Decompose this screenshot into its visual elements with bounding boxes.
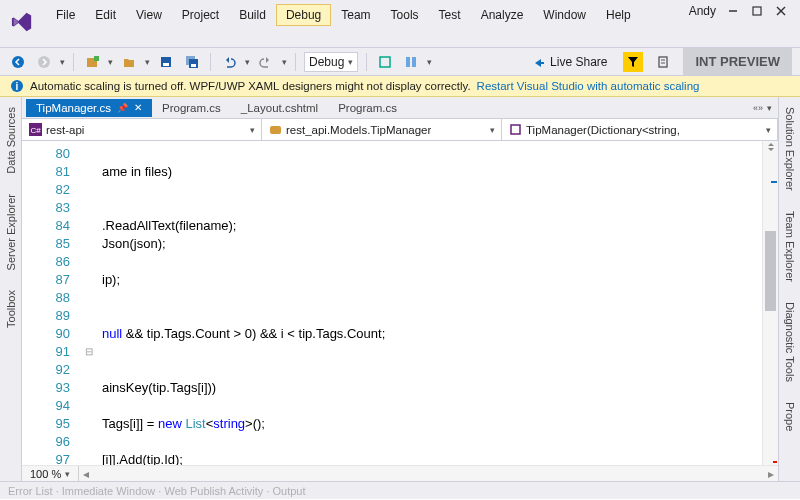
line-number: 83 <box>22 199 70 217</box>
svg-rect-12 <box>191 64 196 67</box>
menu-help[interactable]: Help <box>596 4 641 26</box>
menu-tools[interactable]: Tools <box>381 4 429 26</box>
code-line[interactable]: ip); <box>102 271 762 289</box>
menu-project[interactable]: Project <box>172 4 229 26</box>
outline-toggle <box>80 307 98 325</box>
code-line[interactable]: .ReadAllText(filename); <box>102 217 762 235</box>
scroll-left-icon[interactable]: ◂ <box>79 467 93 481</box>
close-button[interactable] <box>774 4 788 18</box>
code-line[interactable]: null && tip.Tags.Count > 0) && i < tip.T… <box>102 325 762 343</box>
open-file-button[interactable] <box>119 52 139 72</box>
nav-member-label: TipManager(Dictionary<string, <box>526 124 680 136</box>
live-share-button[interactable]: Live Share <box>526 53 613 71</box>
outline-toggle <box>80 235 98 253</box>
right-tab-prope[interactable]: Prope <box>782 396 798 437</box>
minimize-button[interactable] <box>726 4 740 18</box>
left-tab-server-explorer[interactable]: Server Explorer <box>3 188 19 276</box>
scroll-thumb[interactable] <box>765 231 776 311</box>
code-editor[interactable]: 8081828384858687888990919293949596979899… <box>22 141 778 465</box>
feedback-filter-button[interactable] <box>623 52 643 72</box>
line-number: 94 <box>22 397 70 415</box>
menu-window[interactable]: Window <box>533 4 596 26</box>
tab-dropdown-icon[interactable]: ▾ <box>767 103 772 113</box>
doc-tab-label: Program.cs <box>338 102 397 114</box>
doc-tab-label: _Layout.cshtml <box>241 102 318 114</box>
nav-project-combo[interactable]: C# rest-api ▾ <box>22 119 262 140</box>
code-line[interactable] <box>102 397 762 415</box>
right-tab-solution-explorer[interactable]: Solution Explorer <box>782 101 798 197</box>
code-line[interactable]: Json(json); <box>102 235 762 253</box>
class-icon <box>268 123 282 137</box>
left-tab-toolbox[interactable]: Toolbox <box>3 284 19 334</box>
code-line[interactable]: ame in files) <box>102 163 762 181</box>
outline-toggle[interactable]: ⊟ <box>80 343 98 361</box>
share-icon <box>532 55 546 69</box>
solution-config-combo[interactable]: Debug▾ <box>304 52 358 72</box>
nav-back-button[interactable] <box>8 52 28 72</box>
user-name[interactable]: Andy <box>689 4 716 18</box>
menu-build[interactable]: Build <box>229 4 276 26</box>
code-line[interactable]: [i]].Add(tip.Id); <box>102 451 762 465</box>
menu-file[interactable]: File <box>46 4 85 26</box>
save-button[interactable] <box>156 52 176 72</box>
menu-view[interactable]: View <box>126 4 172 26</box>
extension-button-1[interactable] <box>375 52 395 72</box>
vertical-scrollbar[interactable] <box>762 141 778 465</box>
menu-debug[interactable]: Debug <box>276 4 331 26</box>
right-tab-team-explorer[interactable]: Team Explorer <box>782 205 798 288</box>
code-line[interactable] <box>102 181 762 199</box>
output-pane-header[interactable]: Error List · Immediate Window · Web Publ… <box>0 481 800 499</box>
line-number: 96 <box>22 433 70 451</box>
outline-toggle <box>80 397 98 415</box>
svg-point-5 <box>38 56 50 68</box>
save-all-button[interactable] <box>182 52 202 72</box>
undo-button[interactable] <box>219 52 239 72</box>
menu-team[interactable]: Team <box>331 4 380 26</box>
info-link[interactable]: Restart Visual Studio with automatic sca… <box>477 80 700 92</box>
close-tab-icon[interactable]: ✕ <box>134 102 142 113</box>
left-tab-data-sources[interactable]: Data Sources <box>3 101 19 180</box>
outline-margin[interactable]: ⊟⊟ <box>80 141 98 465</box>
menu-edit[interactable]: Edit <box>85 4 126 26</box>
tab-overflow-icon[interactable]: «» <box>753 103 763 113</box>
outline-toggle <box>80 199 98 217</box>
live-share-label: Live Share <box>550 55 607 69</box>
code-line[interactable] <box>102 361 762 379</box>
code-line[interactable] <box>102 433 762 451</box>
code-line[interactable]: ainsKey(tip.Tags[i])) <box>102 379 762 397</box>
line-number: 81 <box>22 163 70 181</box>
outline-toggle <box>80 145 98 163</box>
svg-rect-16 <box>659 57 667 67</box>
redo-button[interactable] <box>256 52 276 72</box>
code-line[interactable] <box>102 307 762 325</box>
zoom-level[interactable]: 100 %▾ <box>22 466 79 481</box>
menu-bar: FileEditViewProjectBuildDebugTeamToolsTe… <box>0 0 800 48</box>
scroll-right-icon[interactable]: ▸ <box>764 467 778 481</box>
code-line[interactable]: Tags[i]] = new List<string>(); <box>102 415 762 433</box>
code-line[interactable] <box>102 145 762 163</box>
menu-analyze[interactable]: Analyze <box>471 4 534 26</box>
right-tab-diagnostic-tools[interactable]: Diagnostic Tools <box>782 296 798 388</box>
nav-fwd-button[interactable] <box>34 52 54 72</box>
new-project-button[interactable] <box>82 52 102 72</box>
menu-test[interactable]: Test <box>429 4 471 26</box>
pin-icon[interactable]: 📌 <box>117 103 128 113</box>
restore-button[interactable] <box>750 4 764 18</box>
code-line[interactable] <box>102 343 762 361</box>
horizontal-scrollbar: 100 %▾ ◂ ▸ <box>22 465 778 481</box>
nav-type-combo[interactable]: rest_api.Models.TipManager ▾ <box>262 119 502 140</box>
extension-button-2[interactable] <box>401 52 421 72</box>
doc-tab[interactable]: Program.cs <box>328 99 407 117</box>
nav-project-label: rest-api <box>46 124 84 136</box>
split-handle-icon[interactable] <box>766 142 775 152</box>
doc-tab[interactable]: Program.cs <box>152 99 231 117</box>
code-content[interactable]: ame in files).ReadAllText(filename);Json… <box>98 141 762 465</box>
nav-member-combo[interactable]: TipManager(Dictionary<string, ▾ <box>502 119 778 140</box>
code-line[interactable] <box>102 289 762 307</box>
code-line[interactable] <box>102 199 762 217</box>
doc-tab[interactable]: _Layout.cshtml <box>231 99 328 117</box>
doc-tab[interactable]: TipManager.cs📌✕ <box>26 99 152 117</box>
notifications-button[interactable] <box>653 52 673 72</box>
svg-rect-1 <box>753 7 761 15</box>
code-line[interactable] <box>102 253 762 271</box>
